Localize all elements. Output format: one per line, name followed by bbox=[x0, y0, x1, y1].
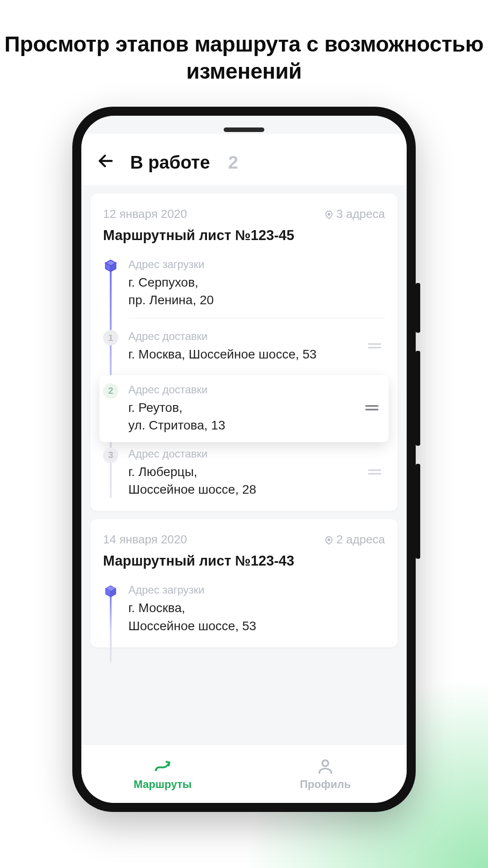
card-meta: 14 января 2020 2 адреса bbox=[103, 533, 385, 547]
pickup-marker bbox=[103, 584, 118, 599]
svg-point-8 bbox=[322, 760, 328, 766]
phone-screen: В работе 2 12 января 2020 3 адреса Маршр… bbox=[81, 116, 407, 803]
drag-icon bbox=[367, 467, 382, 477]
route-card[interactable]: 14 января 2020 2 адреса Маршрутный лист … bbox=[90, 519, 398, 647]
back-button[interactable] bbox=[97, 152, 115, 173]
route-icon bbox=[154, 757, 172, 775]
phone-side-button bbox=[416, 283, 420, 333]
drag-handle[interactable] bbox=[367, 339, 382, 354]
app-header: В работе 2 bbox=[81, 134, 407, 185]
box-icon bbox=[104, 259, 117, 273]
card-address-count: 2 адреса bbox=[325, 533, 385, 547]
step-label: Адрес доставки bbox=[128, 330, 357, 343]
phone-frame: В работе 2 12 января 2020 3 адреса Маршр… bbox=[72, 107, 416, 812]
header-title: В работе bbox=[130, 152, 210, 173]
step-deliver-dragging[interactable]: 2 Адрес доставки г. Реутов, ул. Стритова… bbox=[99, 375, 389, 442]
timeline: Адрес загрузки г. Москва, Шоссейное шосс… bbox=[103, 581, 385, 643]
step-number: 3 bbox=[103, 448, 118, 463]
step-deliver: 3 Адрес доставки г. Люберцы, Шоссейное ш… bbox=[103, 445, 385, 507]
drag-handle[interactable] bbox=[364, 401, 380, 416]
step-number: 1 bbox=[103, 330, 118, 345]
step-label: Адрес загрузки bbox=[128, 258, 385, 271]
step-pickup: Адрес загрузки г. Москва, Шоссейное шосс… bbox=[103, 581, 385, 643]
step-address: г. Москва, Шоссейное шоссе, 53 bbox=[128, 599, 385, 634]
card-meta: 12 января 2020 3 адреса bbox=[103, 207, 385, 221]
card-date: 12 января 2020 bbox=[103, 207, 187, 221]
step-address: г. Серпухов, пр. Ленина, 20 bbox=[128, 274, 385, 309]
promo-title: Просмотр этапов маршрута с возможностью … bbox=[0, 31, 488, 85]
card-address-count-value: 3 адреса bbox=[336, 207, 385, 221]
card-date: 14 января 2020 bbox=[103, 533, 187, 547]
step-pickup: Адрес загрузки г. Серпухов, пр. Ленина, … bbox=[103, 255, 385, 327]
drag-icon bbox=[364, 402, 380, 413]
divider bbox=[128, 318, 385, 318]
drag-handle[interactable] bbox=[367, 465, 382, 481]
pickup-marker bbox=[103, 258, 118, 274]
step-number: 2 bbox=[103, 383, 118, 399]
step-label: Адрес загрузки bbox=[128, 584, 385, 596]
drag-icon bbox=[367, 340, 382, 351]
profile-icon bbox=[316, 757, 334, 775]
header-count: 2 bbox=[228, 152, 238, 173]
card-title: Маршрутный лист №123-45 bbox=[103, 227, 385, 244]
card-title: Маршрутный лист №123-43 bbox=[103, 553, 385, 569]
arrow-left-icon bbox=[97, 152, 115, 170]
bottom-nav: Маршруты Профиль bbox=[81, 744, 407, 803]
scroll-area[interactable]: 12 января 2020 3 адреса Маршрутный лист … bbox=[81, 185, 407, 744]
nav-routes[interactable]: Маршруты bbox=[81, 745, 244, 803]
step-deliver: 1 Адрес доставки г. Москва, Шоссейное шо… bbox=[103, 327, 385, 372]
nav-label: Маршруты bbox=[134, 778, 192, 791]
route-card[interactable]: 12 января 2020 3 адреса Маршрутный лист … bbox=[90, 193, 398, 511]
card-address-count-value: 2 адреса bbox=[336, 533, 385, 547]
pin-icon bbox=[324, 209, 334, 219]
phone-speaker bbox=[224, 127, 264, 132]
timeline: Адрес загрузки г. Серпухов, пр. Ленина, … bbox=[103, 255, 385, 507]
nav-profile[interactable]: Профиль bbox=[244, 745, 407, 803]
pin-icon bbox=[324, 534, 334, 545]
step-label: Адрес доставки bbox=[128, 383, 354, 396]
step-address: г. Реутов, ул. Стритова, 13 bbox=[128, 399, 354, 434]
phone-side-button bbox=[416, 351, 420, 446]
nav-label: Профиль bbox=[300, 778, 351, 791]
box-icon bbox=[104, 585, 117, 598]
card-address-count: 3 адреса bbox=[325, 207, 385, 221]
step-label: Адрес доставки bbox=[128, 448, 357, 460]
phone-side-button bbox=[416, 464, 420, 559]
step-address: г. Москва, Шоссейное шоссе, 53 bbox=[128, 345, 357, 363]
svg-point-7 bbox=[155, 769, 157, 771]
step-address: г. Люберцы, Шоссейное шоссе, 28 bbox=[128, 463, 357, 498]
